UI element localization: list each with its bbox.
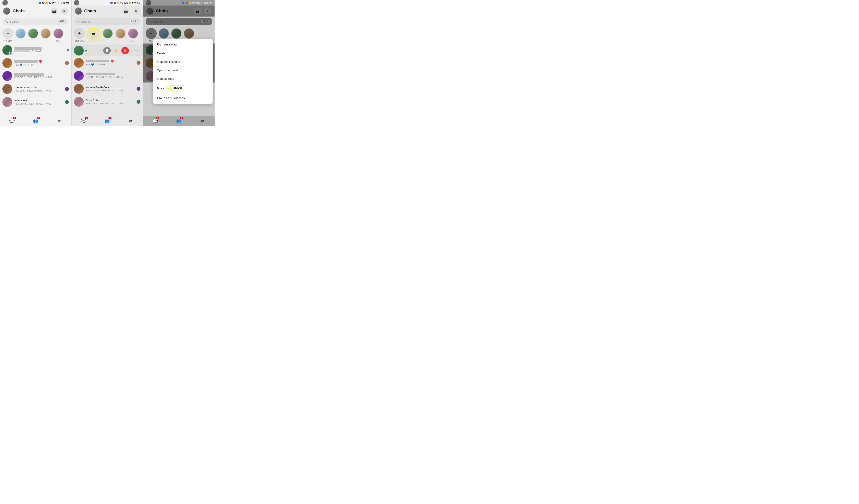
chat-time-inline-1: · 5:45 AM: [31, 50, 41, 53]
chat-right-5: [65, 100, 69, 104]
chats-nav-icon-2: 💬: [81, 119, 86, 124]
chat-preview-5: You: Ohhhh...neat! I'll have... · Wed: [14, 103, 51, 105]
sms-badge[interactable]: SMS: [57, 20, 66, 23]
mini-avatar-2b: [137, 61, 140, 65]
chat-item-2[interactable]: ❤️ You: 💙 · 5:44 PM: [0, 57, 71, 69]
context-mute[interactable]: Mute notifications: [153, 58, 213, 66]
nav-compose-3[interactable]: ✏: [197, 117, 209, 125]
chat-info-4b: Yvonne Smith Cole You: Cool, I'll take i…: [86, 86, 134, 92]
people-nav-icon-3: 👥: [176, 119, 181, 124]
story-circle-4b[interactable]: [127, 28, 138, 39]
mark-read-label: Mark as read: [157, 77, 175, 80]
chat-name-4b: Yvonne Smith Cole: [86, 86, 109, 89]
chat-avatar-3b: [74, 71, 84, 81]
hamburger-container[interactable]: ☰: [87, 28, 101, 42]
story-item-1[interactable]: [15, 28, 26, 40]
chat-item-5b[interactable]: Scott Cole You: Ohhhh...neat! I'll have.…: [72, 95, 142, 108]
chat-right-5b: [137, 100, 140, 104]
chat-list-2: ❤️ You: 💙 · 5:44 PM COODE, $1 FOR, PRICE…: [72, 56, 142, 116]
chat-item-3b[interactable]: COODE, $1 FOR, PRICE · 1:44 PM: [72, 69, 142, 82]
search-bar-2[interactable]: 🔍 Search SMS: [74, 18, 140, 25]
status-left-2: [74, 0, 79, 5]
sms-badge-2[interactable]: SMS: [129, 20, 138, 23]
header-avatar[interactable]: [3, 7, 10, 15]
status-right-3: 🔵 🔕 📶 4G 99% 🔋 5:48 AM: [182, 2, 212, 4]
nav-chats-2[interactable]: 💬 1: [78, 117, 89, 125]
nav-people[interactable]: 👥 7: [30, 117, 42, 125]
story-add-2[interactable]: + Your Story: [74, 28, 85, 42]
chat-item-5[interactable]: Scott Cole You: Ohhhh...neat! I'll have.…: [0, 95, 71, 109]
chat-list-1: · 5:45 AM ❤️ You: 💙 · 5:44 PM: [0, 44, 71, 116]
hamburger-btn[interactable]: ☰: [103, 47, 111, 54]
nav-chats[interactable]: 💬 1: [6, 117, 18, 125]
nav-chats-3[interactable]: 💬 1: [149, 117, 161, 125]
story-circle-2b[interactable]: [102, 28, 113, 39]
nav-people-2[interactable]: 👥 7: [101, 117, 113, 125]
story-ring-dot: [9, 52, 12, 55]
bell-btn[interactable]: 🔔: [112, 47, 120, 54]
connector-line: [100, 50, 102, 51]
search-bar-1[interactable]: 🔍 Search SMS: [2, 18, 69, 25]
story-circle-1[interactable]: [15, 28, 26, 39]
search-input-2[interactable]: Search: [81, 20, 127, 23]
add-story-circle-2[interactable]: +: [74, 28, 85, 39]
story-item-3[interactable]: [40, 28, 51, 40]
chat-avatar-3: [2, 71, 12, 81]
nav-people-3[interactable]: 👥 7: [173, 117, 185, 125]
story-circle-2[interactable]: [28, 28, 39, 39]
chat-preview-4b: You: Cool, I'll take it with m... · Wed: [86, 89, 123, 92]
story-item-2b[interactable]: [102, 28, 113, 40]
header-icons-2: 📷 ✏: [122, 7, 140, 15]
story-item-2[interactable]: [28, 28, 39, 40]
chat-item-3[interactable]: COODE, $1 FOR, PRICE · 1:44 PM: [0, 69, 71, 82]
add-story-circle[interactable]: +: [2, 28, 13, 39]
edit-button-2[interactable]: ✏: [133, 7, 140, 15]
chat-item-4[interactable]: Yvonne Smith Cole You: Cool, I'll take i…: [0, 82, 71, 95]
mini-avatar-4: [65, 87, 69, 91]
sms-badge-3: SMS: [201, 20, 210, 23]
people-badge-3: 7: [180, 117, 183, 119]
status-avatar: [2, 0, 8, 5]
story-circle-3[interactable]: [40, 28, 51, 39]
story-add[interactable]: + Your Story: [2, 28, 13, 42]
delete-btn[interactable]: 🗑: [121, 47, 129, 54]
people-nav-icon: 👥: [33, 119, 38, 124]
compose-nav-icon: ✏: [58, 119, 61, 124]
story-item-4[interactable]: Da...: [53, 28, 64, 42]
chat-item-2b[interactable]: ❤️ You: 💙 · 5:44 PM: [72, 56, 142, 69]
heart-emoji-2b: ❤️: [110, 60, 114, 63]
story-3b-2: [171, 28, 182, 40]
chat-right-4b: [137, 87, 140, 91]
story-circle-4[interactable]: [53, 28, 64, 39]
chat-item-4b[interactable]: Yvonne Smith Cole You: Cool, I'll take i…: [72, 82, 142, 95]
nav-compose[interactable]: ✏: [54, 117, 65, 125]
context-delete[interactable]: Delete: [153, 49, 213, 58]
chat-preview-blur-1: [14, 50, 30, 52]
context-block[interactable]: Block Block: [153, 83, 213, 94]
story-label-4b: Da...: [131, 40, 135, 42]
swipe-time: · 5:45 AM: [131, 49, 140, 52]
header-avatar-2[interactable]: [75, 7, 82, 15]
your-story-label-3: Yo...: [149, 40, 153, 42]
context-mark-read[interactable]: Mark as read: [153, 75, 213, 83]
context-group-businesses[interactable]: Group as businesses: [153, 94, 213, 102]
yellow-dot-connector: [88, 50, 90, 51]
chat-item-1[interactable]: · 5:45 AM: [0, 44, 71, 57]
story-item-4b[interactable]: Da...: [127, 28, 138, 42]
story-item-3b[interactable]: [115, 28, 126, 40]
status-avatar-2: [74, 0, 79, 5]
header-avatar-3: [146, 7, 153, 15]
nav-compose-2[interactable]: ✏: [125, 117, 137, 125]
mini-avatar-5: [65, 100, 69, 104]
edit-button[interactable]: ✏: [61, 7, 68, 15]
chat-avatar-2: [2, 58, 12, 68]
camera-button[interactable]: 📷: [51, 7, 58, 15]
story-hamburger[interactable]: ☰: [87, 28, 101, 43]
status-left-3: [146, 0, 151, 5]
context-open-chat-head[interactable]: Open chat head: [153, 66, 213, 75]
search-input[interactable]: Search: [10, 20, 56, 23]
story-circle-3b[interactable]: [115, 28, 126, 39]
camera-button-2[interactable]: 📷: [122, 7, 130, 15]
chat-preview-2b: You: 💙 · 5:44 PM: [86, 63, 105, 66]
header-3: Chats 📷 ✏: [143, 5, 214, 17]
